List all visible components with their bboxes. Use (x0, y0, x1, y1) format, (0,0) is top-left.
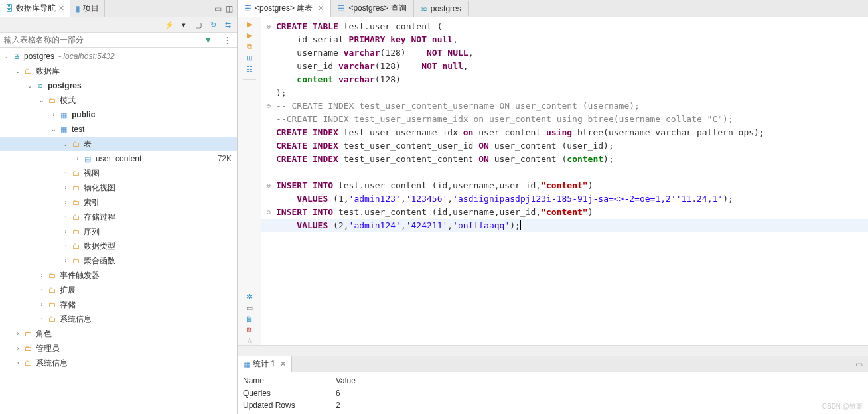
schema-icon: ▦ (58, 110, 69, 119)
folder-icon: 🗀 (70, 198, 81, 207)
tool-icon[interactable]: ⊞ (246, 54, 252, 62)
tab-stats[interactable]: ▦ 统计 1 ✕ (238, 356, 292, 372)
folder-icon: 🗀 (23, 66, 33, 76)
results-tabs: ▦ 统计 1 ✕ ▭ (238, 356, 868, 372)
tab-label: 项目 (83, 3, 99, 14)
tree-item[interactable]: 🗀系统信息 (0, 356, 237, 370)
column-header-name[interactable]: Name (238, 375, 330, 387)
tree-databases-folder[interactable]: 🗀 数据库 (0, 64, 237, 78)
results-panel: ▦ 统计 1 ✕ ▭ Name Value Queries 6 Updated … (238, 356, 868, 414)
watermark: CSDN @锥栗 (822, 402, 863, 411)
tree-item[interactable]: 🗀数据类型 (0, 239, 237, 253)
db-icon: ≋ (421, 4, 427, 13)
folder-icon: 🗀 (46, 271, 57, 280)
tree-item[interactable]: 🗀存储过程 (0, 210, 237, 224)
folder-icon: 🗀 (23, 329, 33, 338)
file-icon[interactable]: 🗎 (246, 315, 253, 323)
folder-icon: 🗀 (70, 256, 81, 265)
folder-icon: 🗀 (70, 169, 81, 178)
tab-project[interactable]: ▮ 项目 (70, 0, 105, 17)
tree-item[interactable]: 🗀事件触发器 (0, 268, 237, 283)
db-tree: 🖥 postgres - localhost:5432 🗀 数据库 ≋ post… (0, 48, 237, 414)
table-row: Queries 6 (238, 387, 868, 399)
folder-icon: 🗀 (23, 358, 33, 368)
sidebar: 🗄 数据库导航 ✕ ▮ 项目 ▭ ◫ ⚡ ▾ ▢ ↻ ⇆ ▼ ⋮ (0, 0, 238, 414)
plug-icon[interactable]: ⚡ (164, 19, 175, 30)
tree-item[interactable]: 🗀索引 (0, 195, 237, 210)
tree-item[interactable]: 🗀物化视图 (0, 180, 237, 195)
tree-item[interactable]: 🗀管理员 (0, 341, 237, 356)
new-icon[interactable]: ▢ (193, 19, 204, 30)
run-icon[interactable]: ▶ (247, 20, 252, 29)
panel-icon[interactable]: ▭ (246, 304, 253, 312)
tree-schema-public[interactable]: ▦ public (0, 107, 237, 122)
tree-item[interactable]: 🗀扩展 (0, 283, 237, 297)
dropdown-icon[interactable]: ▾ (179, 19, 189, 30)
settings-icon[interactable]: ✲ (246, 293, 252, 301)
editor-gutter: ▶ ▶ ⧉ ⊞ ☷ ✲ ▭ 🗎 🗎 ☆ (238, 17, 261, 345)
search-input[interactable] (0, 33, 198, 47)
table-row: Updated Rows 2 (238, 399, 868, 411)
menu-icon[interactable]: ⋮ (218, 35, 237, 45)
run-script-icon[interactable]: ▶ (247, 31, 252, 40)
explain-icon[interactable]: ⧉ (247, 42, 252, 51)
project-icon: ▮ (76, 4, 80, 13)
tree-schemas-folder[interactable]: 🗀 模式 (0, 93, 237, 107)
folder-icon: 🗀 (46, 300, 57, 309)
sidebar-tabs: 🗄 数据库导航 ✕ ▮ 项目 ▭ ◫ (0, 0, 237, 17)
save-icon[interactable]: ☷ (246, 65, 253, 74)
refresh-icon[interactable]: ↻ (208, 19, 218, 30)
editor-tabs: ☰ <postgres> 建表 ✕ ☰ <postgres> 查询 ≋ post… (238, 0, 868, 17)
tab-label: 数据库导航 (16, 3, 56, 14)
sql-icon: ☰ (244, 4, 252, 13)
tab-postgres[interactable]: ≋ postgres (414, 1, 469, 16)
favorite-icon[interactable]: ☆ (246, 336, 253, 345)
restore-icon[interactable]: ◫ (226, 4, 233, 13)
tree-item[interactable]: 🗀序列 (0, 224, 237, 239)
database-icon: 🗄 (5, 4, 13, 13)
commit-icon[interactable]: ⇆ (222, 19, 233, 30)
search-row: ▼ ⋮ (0, 33, 237, 48)
tree-item[interactable]: 🗀聚合函数 (0, 253, 237, 268)
tree-item[interactable]: 🗀系统信息 (0, 312, 237, 326)
schema-icon: ▦ (58, 125, 69, 134)
folder-icon: 🗀 (23, 344, 33, 353)
database-icon: 🖥 (11, 52, 21, 61)
db-icon: ≋ (35, 81, 45, 90)
tree-item[interactable]: 🗀视图 (0, 166, 237, 180)
maximize-icon[interactable]: ▭ (850, 360, 868, 369)
folder-icon: 🗀 (70, 139, 81, 149)
close-icon[interactable]: ✕ (318, 4, 324, 13)
stats-table: Name Value Queries 6 Updated Rows 2 (238, 372, 868, 414)
tab-query[interactable]: ☰ <postgres> 查询 (331, 0, 413, 17)
grid-icon: ▦ (243, 360, 250, 369)
minimize-icon[interactable]: ▭ (214, 4, 222, 13)
folder-icon: 🗀 (70, 212, 81, 222)
column-header-value[interactable]: Value (330, 375, 463, 387)
sidebar-toolbar: ⚡ ▾ ▢ ↻ ⇆ (0, 17, 237, 33)
folder-icon: 🗀 (70, 227, 81, 236)
tree-item[interactable]: 🗀存储 (0, 297, 237, 312)
filter-icon[interactable]: ▼ (198, 35, 218, 45)
tree-schema-test[interactable]: ▦ test (0, 122, 237, 137)
tab-create-table[interactable]: ☰ <postgres> 建表 ✕ (238, 0, 331, 17)
sql-editor[interactable]: ⊖CREATE TABLE test.user_content ( id ser… (261, 17, 868, 345)
folder-icon: 🗀 (70, 242, 81, 251)
tree-tables-folder[interactable]: 🗀 表 (0, 137, 237, 151)
table-icon: ▤ (82, 154, 93, 163)
editor-area: ▶ ▶ ⧉ ⊞ ☷ ✲ ▭ 🗎 🗎 ☆ ⊖CREATE TABLE test.u… (238, 17, 868, 345)
tree-table-user-content[interactable]: ▤ user_content 72K (0, 151, 237, 166)
editor-panel: ☰ <postgres> 建表 ✕ ☰ <postgres> 查询 ≋ post… (238, 0, 868, 414)
tree-item[interactable]: 🗀角色 (0, 326, 237, 341)
tree-connection[interactable]: 🖥 postgres - localhost:5432 (0, 49, 237, 64)
tree-database[interactable]: ≋ postgres (0, 78, 237, 93)
file2-icon[interactable]: 🗎 (246, 326, 253, 334)
folder-icon: 🗀 (46, 96, 57, 105)
sql-icon: ☰ (338, 4, 345, 13)
folder-icon: 🗀 (46, 314, 57, 324)
close-icon[interactable]: ✕ (58, 4, 64, 13)
close-icon[interactable]: ✕ (280, 360, 286, 368)
tab-db-navigator[interactable]: 🗄 数据库导航 ✕ (0, 0, 70, 17)
folder-icon: 🗀 (46, 285, 57, 295)
horizontal-scrollbar[interactable] (238, 345, 868, 356)
